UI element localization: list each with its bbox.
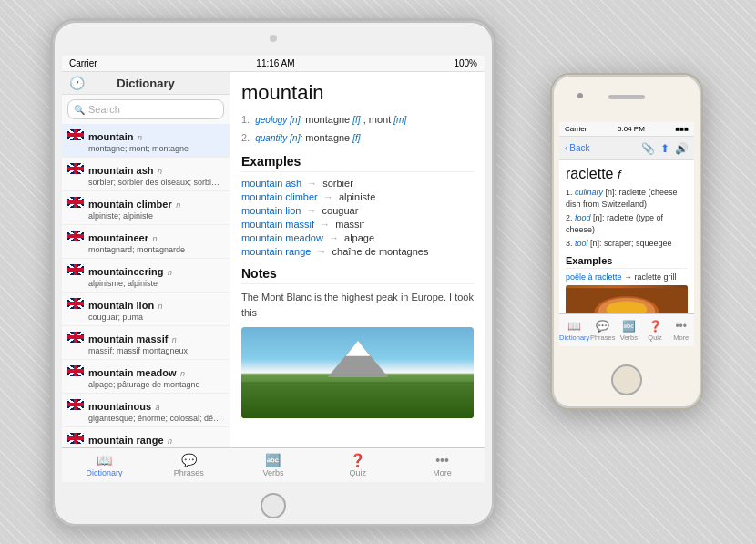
phone-tab-quiz[interactable]: ❓ Quiz: [642, 314, 669, 346]
back-button[interactable]: ‹ Back: [565, 143, 590, 153]
search-placeholder: Search: [88, 104, 120, 115]
more-icon: •••: [435, 453, 449, 467]
phone-quiz-icon: ❓: [649, 320, 662, 333]
phone-tab-verbs[interactable]: 🔤 Verbs: [616, 314, 642, 346]
flag-uk-icon: [67, 264, 84, 275]
tablet: Carrier 11:16 AM 100% 🕐 Dictionary 🕐 🔍 S…: [50, 18, 496, 529]
phone-example-item: poêle à raclette → raclette grill: [566, 272, 688, 282]
battery-label: 100%: [454, 58, 477, 68]
phone-speaker: [608, 95, 645, 99]
list-item[interactable]: mountain climber n alpiniste; alpiniste: [62, 191, 230, 225]
tablet-camera: [270, 35, 277, 42]
phone-content: raclette f 1. culinary [n]: raclette (ch…: [559, 160, 694, 313]
raclette-image: [566, 285, 688, 313]
chevron-left-icon: ‹: [565, 143, 567, 153]
phone-home-button[interactable]: [611, 364, 642, 395]
phone-tab-verbs-label: Verbs: [620, 334, 638, 342]
example-item: mountain massif → massif: [241, 219, 474, 230]
phone-tabbar: 📖 Dictionary 💬 Phrases 🔤 Verbs ❓ Quiz ••…: [559, 313, 694, 346]
phone-time-label: 5:04 PM: [618, 125, 645, 133]
mountain-image: [241, 327, 474, 418]
phone-sense-3: 3. tool [n]: scraper; squeegee: [566, 238, 688, 250]
example-item: mountain range → chaîne de montagnes: [241, 246, 474, 257]
verbs-icon: 🔤: [265, 453, 281, 467]
flag-uk-icon: [67, 433, 84, 444]
list-item[interactable]: mountaineer n montagnard; montagnarde: [62, 225, 230, 259]
phone-tab-dictionary[interactable]: 📖 Dictionary: [559, 314, 589, 346]
phone-word-title: raclette f: [566, 166, 688, 182]
search-box[interactable]: 🔍 Search: [67, 99, 224, 119]
phone-tab-dictionary-label: Dictionary: [559, 334, 589, 342]
list-item[interactable]: mountaineering n alpinisme; alpiniste: [62, 259, 230, 293]
tab-phrases-label: Phrases: [174, 468, 204, 477]
flag-uk-icon: [67, 197, 84, 208]
paperclip-icon[interactable]: 📎: [641, 142, 655, 155]
phone-tab-phrases-label: Phrases: [590, 334, 616, 342]
examples-title: Examples: [241, 154, 474, 172]
phone-screen: Carrier 5:04 PM ■■■ ‹ Back 📎 ⬆ 🔊: [559, 122, 694, 346]
definition-sense-1: 1. geology [n]: montagne [f] ; mont [m]: [241, 112, 474, 128]
flag-uk-icon: [67, 231, 84, 241]
flag-uk-icon: [67, 365, 84, 376]
notes-text: The Mont Blanc is the highest peak in Eu…: [241, 290, 474, 320]
definition-word-title: mountain: [241, 81, 474, 105]
phone-carrier-label: Carrier: [565, 125, 587, 133]
example-item: mountain climber → alpiniste: [241, 191, 474, 202]
phone-verbs-icon: 🔤: [622, 320, 636, 333]
tablet-tabbar: 📖 Dictionary 💬 Phrases 🔤 Verbs ❓ Quiz ••…: [62, 447, 485, 482]
tab-quiz[interactable]: ❓ Quiz: [315, 448, 400, 482]
phone-word-gender: f: [618, 168, 621, 181]
phrases-icon: 💬: [181, 453, 197, 467]
search-icon: 🔍: [74, 105, 85, 115]
example-item: mountain meadow → alpage: [241, 232, 474, 243]
list-item[interactable]: mountain n montagne; mont; montagne: [62, 124, 230, 158]
tablet-home-button[interactable]: [261, 493, 286, 518]
panel-header: 🕐 Dictionary 🕐: [62, 72, 230, 95]
list-item[interactable]: mountain ash n sorbier; sorbier des oise…: [62, 158, 230, 191]
word-list-panel: 🕐 Dictionary 🕐 🔍 Search mountai: [62, 72, 230, 447]
example-item: mountain lion → couguar: [241, 205, 474, 216]
list-item[interactable]: mountain meadow n alpage; pâturage de mo…: [62, 360, 230, 394]
share-icon[interactable]: ⬆: [660, 142, 669, 155]
notes-title: Notes: [241, 266, 474, 284]
list-item[interactable]: mountainous a gigantesque; énorme; colos…: [62, 394, 230, 427]
flag-uk-icon: [67, 163, 84, 174]
tab-verbs-label: Verbs: [262, 468, 283, 477]
tab-dictionary-label: Dictionary: [86, 468, 122, 477]
phone-examples-title: Examples: [566, 255, 688, 269]
tablet-content: 🕐 Dictionary 🕐 🔍 Search mountai: [62, 72, 485, 447]
list-item[interactable]: mountain massif n massif; massif montagn…: [62, 326, 230, 360]
tab-dictionary[interactable]: 📖 Dictionary: [62, 448, 147, 482]
time-label: 11:16 AM: [256, 58, 294, 68]
phone-statusbar: Carrier 5:04 PM ■■■: [559, 122, 694, 137]
tab-more[interactable]: ••• More: [400, 448, 485, 482]
flag-uk-icon: [67, 298, 84, 309]
carrier-label: Carrier: [69, 58, 97, 68]
phone-more-icon: •••: [675, 320, 687, 333]
tablet-statusbar: Carrier 11:16 AM 100%: [62, 56, 485, 72]
mountain-svg: [312, 341, 404, 377]
back-label: Back: [569, 143, 589, 153]
phone-tab-more[interactable]: ••• More: [668, 314, 694, 346]
phone-camera-icon: [577, 93, 583, 98]
definition-sense-2: 2. quantity [n]: montagne [f]: [241, 130, 474, 146]
phone-tab-more-label: More: [673, 334, 689, 342]
phone-tab-phrases[interactable]: 💬 Phrases: [589, 314, 616, 346]
dictionary-icon: 📖: [97, 453, 112, 467]
raclette-svg: [566, 285, 688, 313]
scene: Carrier 11:16 AM 100% 🕐 Dictionary 🕐 🔍 S…: [0, 0, 756, 544]
tab-phrases[interactable]: 💬 Phrases: [147, 448, 231, 482]
panel-title: Dictionary: [85, 77, 207, 90]
phone-sense-2: 2. food [n]: raclette (type of cheese): [566, 212, 688, 235]
tab-quiz-label: Quiz: [350, 468, 367, 477]
flag-uk-icon: [67, 332, 84, 343]
phone-nav: ‹ Back 📎 ⬆ 🔊: [559, 137, 694, 160]
list-item[interactable]: mountain range n chaîne de montagnes; ma…: [62, 427, 230, 447]
tab-verbs[interactable]: 🔤 Verbs: [231, 448, 316, 482]
phone: Carrier 5:04 PM ■■■ ‹ Back 📎 ⬆ 🔊: [550, 73, 703, 410]
speaker-icon[interactable]: 🔊: [675, 142, 689, 155]
quiz-icon: ❓: [350, 453, 365, 467]
list-item[interactable]: mountain lion n couguar; puma: [62, 293, 230, 326]
phone-dictionary-icon: 📖: [567, 320, 581, 333]
clock-icon[interactable]: 🕐: [69, 76, 85, 90]
